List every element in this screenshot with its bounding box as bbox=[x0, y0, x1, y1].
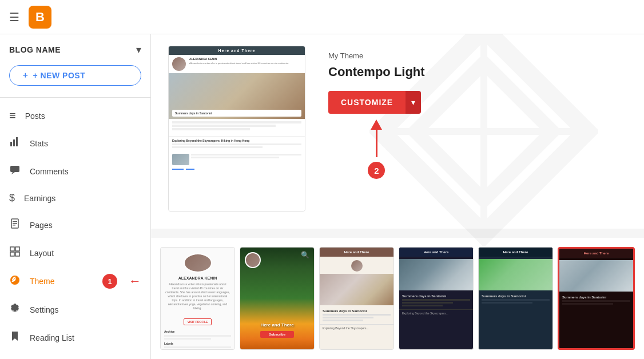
layout-label: Layout bbox=[30, 249, 54, 258]
sidebar-item-reading-list[interactable]: Reading List bbox=[0, 324, 150, 352]
gallery-header-5: Here and There bbox=[479, 248, 552, 257]
dropdown-arrow-icon: ▾ bbox=[411, 98, 415, 107]
sidebar-item-stats[interactable]: Stats bbox=[0, 129, 150, 157]
sidebar-item-theme[interactable]: Theme 1 ← bbox=[0, 267, 150, 296]
my-theme-section: Here and There ALEXANDRA KENIN Alexandra… bbox=[151, 34, 644, 229]
stats-icon bbox=[9, 136, 21, 150]
svg-rect-3 bbox=[10, 166, 19, 172]
gallery-avatar-1 bbox=[184, 253, 212, 273]
gallery-item-6[interactable]: Here and There Summers days in Santorini bbox=[558, 247, 635, 350]
svg-rect-10 bbox=[15, 247, 19, 251]
theme-preview-card: Here and There ALEXANDRA KENIN Alexandra… bbox=[168, 46, 305, 212]
svg-rect-2 bbox=[16, 137, 18, 146]
content-area: Here and There ALEXANDRA KENIN Alexandra… bbox=[151, 34, 644, 359]
pages-icon bbox=[9, 218, 21, 232]
blog-name-text: BLOG NAME bbox=[9, 45, 61, 54]
stats-label: Stats bbox=[30, 139, 48, 148]
comments-icon bbox=[9, 164, 21, 178]
svg-marker-4 bbox=[11, 172, 15, 174]
svg-rect-7 bbox=[13, 223, 17, 224]
svg-rect-9 bbox=[10, 247, 14, 251]
gallery-header-6: Here and There bbox=[559, 249, 633, 258]
blogger-logo: B bbox=[29, 6, 51, 29]
blog-dropdown-icon[interactable]: ▾ bbox=[136, 43, 141, 56]
svg-rect-8 bbox=[13, 225, 15, 226]
mini-blog-preview: Here and There ALEXANDRA KENIN Alexandra… bbox=[169, 46, 305, 211]
search-icon-gallery-2: 🔍 bbox=[301, 251, 309, 259]
pages-label: Pages bbox=[30, 221, 53, 230]
badge-2: 2 bbox=[368, 162, 385, 179]
earnings-icon: $ bbox=[9, 192, 15, 204]
gallery-header-3: Here and There bbox=[320, 248, 393, 257]
sidebar-divider bbox=[0, 97, 150, 98]
hamburger-icon[interactable]: ☰ bbox=[9, 10, 19, 24]
mini-blog-header: Here and There bbox=[169, 46, 305, 55]
svg-rect-11 bbox=[10, 252, 14, 256]
gallery-title-2: Here and There bbox=[260, 322, 293, 328]
svg-marker-13 bbox=[12, 332, 18, 341]
theme-name: Contempo Light bbox=[328, 65, 425, 79]
gallery-name-1: ALEXANDRA KENIN bbox=[161, 276, 234, 280]
svg-rect-1 bbox=[13, 139, 15, 146]
sidebar: BLOG NAME ▾ ＋ + NEW POST ≡ Posts Stats C… bbox=[0, 34, 151, 359]
post-title-mini: Summers days in Santorini bbox=[172, 110, 301, 117]
svg-rect-12 bbox=[15, 252, 19, 256]
badge-1: 1 bbox=[102, 274, 117, 289]
layout-icon bbox=[9, 246, 21, 260]
blog-name-row: BLOG NAME ▾ bbox=[0, 43, 150, 65]
new-post-icon: ＋ bbox=[21, 70, 30, 81]
customize-btn-wrapper: CUSTOMIZE ▾ bbox=[328, 91, 425, 114]
new-post-button[interactable]: ＋ + NEW POST bbox=[9, 65, 141, 86]
customize-dropdown-button[interactable]: ▾ bbox=[406, 91, 421, 114]
sidebar-item-layout[interactable]: Layout bbox=[0, 239, 150, 267]
sidebar-item-comments[interactable]: Comments bbox=[0, 157, 150, 185]
svg-rect-0 bbox=[10, 142, 12, 146]
gallery-subtitle-2: Subscribe bbox=[260, 331, 293, 338]
gallery-item-3[interactable]: Here and There Summers days in Santorini… bbox=[319, 247, 394, 350]
theme-info: My Theme Contempo Light CUSTOMIZE ▾ 2 bbox=[328, 46, 425, 179]
theme-icon bbox=[9, 274, 21, 289]
topbar: ☰ B bbox=[0, 0, 644, 34]
arrow-up-line bbox=[376, 129, 377, 157]
settings-icon bbox=[9, 302, 21, 317]
customize-button[interactable]: CUSTOMIZE bbox=[328, 91, 406, 114]
gallery-item-4[interactable]: Here and There Summers days in Santorini… bbox=[399, 247, 474, 350]
main-container: BLOG NAME ▾ ＋ + NEW POST ≡ Posts Stats C… bbox=[0, 34, 644, 359]
gallery-bio-1: Alexandra is a writer who is passionate … bbox=[161, 280, 234, 313]
sidebar-item-settings[interactable]: Settings bbox=[0, 296, 150, 324]
footer-post-title: Exploring Beyond the Skyscrapers: Hiking… bbox=[172, 139, 301, 142]
arrow-left-icon: ← bbox=[129, 274, 141, 289]
comments-label: Comments bbox=[30, 167, 69, 176]
sidebar-item-earnings[interactable]: $ Earnings bbox=[0, 185, 150, 211]
gallery-item-5[interactable]: Here and There Summers days in Santorini bbox=[478, 247, 553, 350]
reading-list-label: Reading List bbox=[30, 333, 74, 342]
gallery-item-1[interactable]: ALEXANDRA KENIN Alexandra is a writer wh… bbox=[160, 247, 235, 350]
posts-icon: ≡ bbox=[9, 109, 16, 122]
svg-rect-6 bbox=[13, 221, 17, 222]
sidebar-item-pages[interactable]: Pages bbox=[0, 211, 150, 239]
theme-label: Theme bbox=[30, 277, 55, 286]
reading-list-icon bbox=[9, 330, 21, 345]
posts-label: Posts bbox=[25, 111, 45, 121]
settings-label: Settings bbox=[30, 305, 59, 314]
svg-marker-15 bbox=[415, 63, 552, 200]
theme-gallery: ALEXANDRA KENIN Alexandra is a writer wh… bbox=[151, 238, 644, 359]
earnings-label: Earnings bbox=[24, 194, 55, 203]
gallery-item-2[interactable]: Here and There Subscribe 🔍 bbox=[240, 247, 315, 350]
gallery-header-4: Here and There bbox=[399, 248, 473, 257]
arrow-annotation-2: 2 bbox=[328, 119, 425, 179]
sidebar-item-posts[interactable]: ≡ Posts bbox=[0, 102, 150, 129]
section-separator bbox=[151, 233, 644, 238]
my-theme-label: My Theme bbox=[328, 51, 425, 60]
